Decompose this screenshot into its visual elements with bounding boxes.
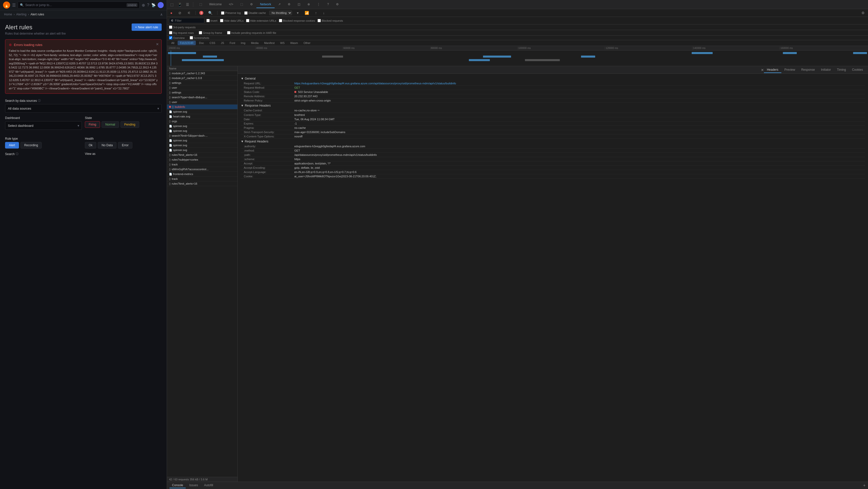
media-btn-wasm[interactable]: Wasm <box>288 41 300 45</box>
panel-tab-elements[interactable]: ⬚ <box>196 1 206 8</box>
overview-checkbox[interactable] <box>169 36 172 39</box>
request-item[interactable]: {} rules?subtype=cortex <box>167 157 238 162</box>
panel-tab-elements2[interactable]: ⬚ <box>237 1 247 8</box>
download-icon[interactable]: ↓ <box>321 10 326 16</box>
media-btn-manifest[interactable]: Manifest <box>262 41 277 45</box>
hide-data-urls-checkbox[interactable] <box>220 19 223 22</box>
panel-tab-network[interactable]: Network <box>256 1 275 8</box>
issues-tab[interactable]: Issues <box>187 483 200 488</box>
request-item[interactable]: {} idWmGqRVk?accesscontrol... <box>167 167 238 172</box>
state-pending-button[interactable]: Pending <box>121 121 139 128</box>
error-close-button[interactable]: ✕ <box>156 42 159 46</box>
blocked-requests-checkbox[interactable] <box>317 19 321 22</box>
help-icon[interactable]: ? <box>147 3 149 7</box>
health-nodata-button[interactable]: No Data <box>98 142 117 149</box>
media-btn-css[interactable]: CSS <box>208 41 218 45</box>
detail-tab-response[interactable]: Response <box>798 67 818 73</box>
rule-type-recording-button[interactable]: Recording <box>21 142 42 149</box>
add-tab-button[interactable]: + <box>863 483 866 488</box>
panel-tab-more[interactable]: ⋮ <box>313 1 323 8</box>
wifi-icon[interactable]: 📶 <box>303 10 310 16</box>
request-item[interactable]: 📄 spinner.svg <box>167 128 238 133</box>
overview-label[interactable]: Overview <box>169 36 185 39</box>
request-item[interactable]: 📄 frontend-metrics <box>167 172 238 177</box>
throttle-select[interactable]: No throttling Slow 3G Fast 3G <box>269 10 292 15</box>
record-button[interactable]: ● <box>169 10 174 16</box>
breadcrumb-home[interactable]: Home <box>4 12 12 16</box>
nav-search-bar[interactable]: 🔍 Search or jump to... cmd+k <box>18 1 140 8</box>
breadcrumb-close-icon[interactable]: ∧ <box>160 12 163 17</box>
filter-icon[interactable]: ⚟ <box>186 10 192 16</box>
invert-label[interactable]: Invert <box>207 19 217 22</box>
third-party-label[interactable]: 3rd-party requests <box>169 26 195 29</box>
request-item[interactable]: {} rules?limit_alerts=16 <box>167 153 238 157</box>
data-sources-select[interactable]: All data sources Prometheus Azure Monito… <box>5 104 162 113</box>
request-item[interactable]: {} search?type=dash-db&que... <box>167 95 238 100</box>
media-btn-other[interactable]: Other <box>301 41 313 45</box>
detail-tab-initiator[interactable]: Initiator <box>818 67 834 73</box>
request-headers-section-header[interactable]: ▼ Request Headers <box>241 139 865 144</box>
detail-tab-cookies[interactable]: Cookies <box>849 67 866 73</box>
filter-input[interactable] <box>175 19 200 23</box>
media-btn-doc[interactable]: Doc <box>197 41 207 45</box>
devtools-inspect-icon[interactable]: ⬚ <box>169 2 175 7</box>
panel-tab-layers[interactable]: ◫ <box>294 1 304 8</box>
third-party-checkbox[interactable] <box>169 26 172 29</box>
panel-tab-settings-icon[interactable]: ⚙ <box>333 1 342 8</box>
hamburger-icon[interactable]: ☰ <box>12 3 16 7</box>
request-item[interactable]: {} track <box>167 162 238 167</box>
request-item[interactable]: {} search?limit=5&type=dash-... <box>167 133 238 138</box>
big-rows-checkbox[interactable] <box>169 31 172 34</box>
health-error-button[interactable]: Error <box>118 142 132 149</box>
request-item[interactable]: 📄 spinner.svg <box>167 143 238 148</box>
screenshots-label[interactable]: Screenshots <box>190 36 209 39</box>
panel-tab-source[interactable]: </> <box>225 1 237 8</box>
request-item[interactable]: 📄 spinner.svg <box>167 124 238 128</box>
preserve-log-checkbox[interactable] <box>221 11 224 14</box>
screenshots-checkbox[interactable] <box>190 36 193 39</box>
clear-button[interactable]: ⊘ <box>177 10 183 16</box>
media-btn-img[interactable]: Img <box>239 41 248 45</box>
disable-cache-label[interactable]: Disable cache <box>244 11 266 14</box>
blocked-cookies-checkbox[interactable] <box>279 19 282 22</box>
user-avatar[interactable] <box>158 2 164 8</box>
dashboard-select[interactable]: Select dashboard <box>5 121 82 130</box>
hide-extension-urls-checkbox[interactable] <box>246 19 249 22</box>
console-tab[interactable]: Console <box>169 483 186 488</box>
detail-tab-headers[interactable]: Headers <box>764 67 781 73</box>
disable-cache-checkbox[interactable] <box>244 11 248 14</box>
request-item[interactable]: 📄 spinner.svg <box>167 138 238 143</box>
new-alert-rule-button[interactable]: + New alert rule <box>132 24 162 31</box>
devtools-settings-right[interactable]: ⚙ <box>860 10 866 16</box>
request-item[interactable]: {} user <box>167 100 238 104</box>
edit-icon[interactable]: ✏ <box>317 109 320 112</box>
request-item[interactable]: {} settings <box>167 90 238 95</box>
panel-tab-extensions[interactable]: ⊕ <box>304 1 313 8</box>
big-rows-label[interactable]: Big request rows <box>169 31 194 34</box>
invert-checkbox[interactable] <box>207 19 210 22</box>
state-normal-button[interactable]: Normal <box>101 121 119 128</box>
request-item[interactable]: {} module.js?_cache=1.2.343 <box>167 71 238 76</box>
search-info-icon[interactable]: ⓘ <box>16 152 19 156</box>
request-item[interactable]: {} rules?limit_alerts=16 <box>167 181 238 186</box>
group-by-frame-label[interactable]: Group by frame <box>199 31 222 34</box>
breadcrumb-alerting[interactable]: Alerting <box>16 12 27 16</box>
include-pending-checkbox[interactable] <box>227 31 230 34</box>
media-btn-ws[interactable]: WS <box>278 41 287 45</box>
request-item[interactable]: {} settings <box>167 81 238 85</box>
detail-tab-preview[interactable]: Preview <box>781 67 798 73</box>
include-pending-label[interactable]: Include pending requests in HAR file <box>227 31 276 34</box>
media-btn-js[interactable]: JS <box>218 41 226 45</box>
detail-close-button[interactable]: ✕ <box>761 68 764 72</box>
detail-tab-timing[interactable]: Timing <box>834 67 849 73</box>
media-btn-fetch-xhr[interactable]: Fetch/XHR <box>178 41 196 45</box>
plus-icon[interactable]: ⊕ <box>142 3 145 7</box>
state-firing-button[interactable]: Firing <box>85 121 100 128</box>
request-item[interactable]: 📄 spinner.svg <box>167 110 238 114</box>
media-btn-font[interactable]: Font <box>227 41 238 45</box>
media-btn-all[interactable]: All <box>169 41 177 45</box>
panel-tab-welcome[interactable]: Welcome <box>206 1 225 8</box>
panel-tab-performance[interactable]: ⚙ <box>247 1 256 8</box>
blocked-cookies-label[interactable]: Blocked response cookies <box>279 19 315 22</box>
devtools-device-icon[interactable]: 📱 <box>176 2 183 7</box>
